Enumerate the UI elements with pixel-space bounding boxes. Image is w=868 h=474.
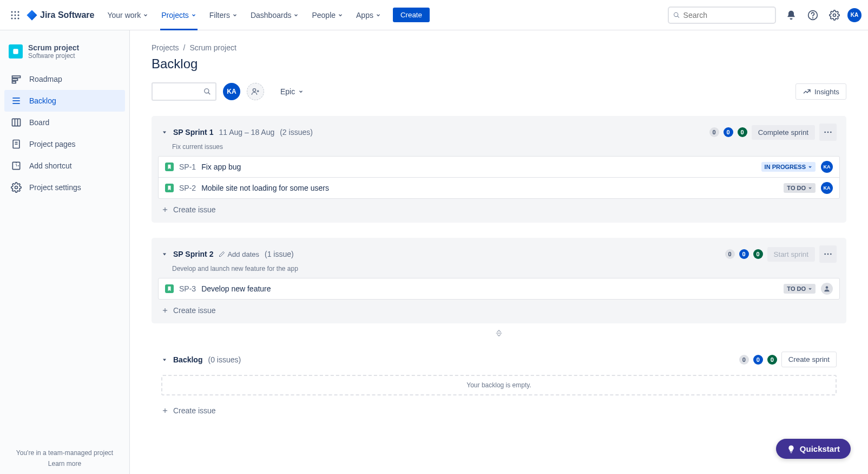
chevron-down-icon[interactable] <box>161 356 168 363</box>
backlog-count: (0 issues) <box>208 355 241 364</box>
chevron-down-icon <box>808 287 812 291</box>
breadcrumb-root[interactable]: Projects <box>152 43 179 52</box>
drag-separator[interactable] <box>152 323 846 343</box>
nav-dashboards[interactable]: Dashboards <box>245 8 305 23</box>
nav-your-work[interactable]: Your work <box>102 8 154 23</box>
sprint-action-button[interactable]: Start sprint <box>767 247 815 262</box>
issue-row[interactable]: SP-2Mobile site not loading for some use… <box>159 177 839 198</box>
sidebar: Scrum project Software project RoadmapBa… <box>0 30 130 474</box>
project-type: Software project <box>28 52 79 60</box>
done-count: 0 <box>753 249 763 259</box>
chevron-down-icon[interactable] <box>161 251 168 257</box>
logo-text: Jira Software <box>40 10 94 20</box>
insights-icon <box>803 87 811 96</box>
status-dropdown[interactable]: IN PROGRESS <box>761 162 816 172</box>
create-issue-button[interactable]: Create issue <box>152 300 846 321</box>
create-button[interactable]: Create <box>393 8 430 22</box>
breadcrumb-current[interactable]: Scrum project <box>189 43 236 52</box>
create-issue-button[interactable]: Create issue <box>152 400 846 421</box>
chevron-down-icon[interactable] <box>161 129 168 135</box>
quickstart-button[interactable]: Quickstart <box>776 439 851 459</box>
create-sprint-button[interactable]: Create sprint <box>781 352 837 367</box>
sidebar-item-label: Board <box>29 118 49 127</box>
assignee-avatar[interactable]: KA <box>821 161 833 173</box>
svg-point-12 <box>813 17 813 18</box>
svg-point-36 <box>827 132 829 133</box>
sprint-action-button[interactable]: Complete sprint <box>752 125 815 140</box>
status-dropdown[interactable]: TO DO <box>784 284 816 294</box>
profile-avatar[interactable]: KA <box>847 8 862 22</box>
chevron-down-icon <box>376 12 381 18</box>
svg-marker-48 <box>163 359 166 361</box>
sidebar-item-roadmap[interactable]: Roadmap <box>4 68 125 90</box>
issue-summary: Mobile site not loading for some users <box>201 184 329 192</box>
chevron-down-icon <box>338 12 343 18</box>
epic-filter-dropdown[interactable]: Epic <box>275 84 309 99</box>
page-title: Backlog <box>152 56 846 72</box>
board-icon <box>11 117 22 128</box>
sidebar-footer-link[interactable]: Learn more <box>6 460 123 467</box>
global-search[interactable] <box>668 7 776 24</box>
chevron-down-icon <box>232 12 238 18</box>
main-content: Projects / Scrum project Backlog KA Epic… <box>130 30 868 474</box>
issue-key: SP-1 <box>179 163 196 171</box>
sprint-more-button[interactable] <box>819 124 837 141</box>
add-dates-button[interactable]: Add dates <box>219 250 259 258</box>
svg-rect-21 <box>12 119 21 126</box>
story-icon <box>165 184 174 192</box>
sidebar-item-board[interactable]: Board <box>4 112 125 133</box>
story-icon <box>165 284 174 293</box>
lightbulb-icon <box>787 445 795 453</box>
status-dropdown[interactable]: TO DO <box>784 183 816 193</box>
svg-point-3 <box>11 14 13 16</box>
sprint-more-button[interactable] <box>819 245 837 263</box>
settings-icon[interactable] <box>826 7 843 24</box>
svg-rect-15 <box>12 76 21 77</box>
assignee-filter-avatar[interactable]: KA <box>223 83 240 100</box>
sprint-goal: Develop and launch new feature for the a… <box>152 265 846 278</box>
svg-point-29 <box>205 89 209 93</box>
todo-count: 0 <box>725 249 735 259</box>
help-icon[interactable] <box>804 7 821 24</box>
notifications-icon[interactable] <box>782 7 800 24</box>
nav-people[interactable]: People <box>306 8 348 23</box>
sprint-issue-count: (1 issue) <box>265 250 294 258</box>
svg-rect-16 <box>12 79 18 80</box>
nav-projects[interactable]: Projects <box>156 8 202 23</box>
issue-list: SP-3Develop new featureTO DO <box>158 278 840 300</box>
project-icon <box>9 44 23 59</box>
search-input[interactable] <box>683 11 771 20</box>
sidebar-item-backlog[interactable]: Backlog <box>4 90 125 112</box>
backlog-inprogress-count: 0 <box>753 355 763 365</box>
unassigned-avatar[interactable] <box>821 283 833 295</box>
add-people-button[interactable] <box>247 83 264 100</box>
nav-apps[interactable]: Apps <box>351 8 386 23</box>
backlog-search[interactable] <box>152 82 216 101</box>
jira-logo[interactable]: Jira Software <box>26 9 94 21</box>
project-header[interactable]: Scrum project Software project <box>0 30 129 68</box>
sidebar-item-project-pages[interactable]: Project pages <box>4 133 125 155</box>
issue-row[interactable]: SP-1Fix app bugIN PROGRESS KA <box>159 157 839 177</box>
issue-row[interactable]: SP-3Develop new featureTO DO <box>159 278 839 299</box>
sprint-dates: 11 Aug – 18 Aug <box>219 128 274 137</box>
svg-point-31 <box>253 89 255 92</box>
assignee-avatar[interactable]: KA <box>821 182 833 194</box>
sidebar-item-project-settings[interactable]: Project settings <box>4 177 125 198</box>
create-issue-button[interactable]: Create issue <box>152 199 846 220</box>
sidebar-item-label: Add shortcut <box>29 161 72 170</box>
chevron-down-icon <box>293 12 299 18</box>
chevron-down-icon <box>191 12 196 18</box>
nav-filters[interactable]: Filters <box>204 8 243 23</box>
chevron-down-icon <box>143 12 148 18</box>
app-switcher-icon[interactable] <box>6 7 24 24</box>
sprint-panel: SP Sprint 111 Aug – 18 Aug(2 issues)000C… <box>152 116 846 223</box>
backlog-todo-count: 0 <box>739 355 749 365</box>
plus-icon <box>161 307 169 314</box>
insights-button[interactable]: Insights <box>795 83 846 100</box>
backlog-done-count: 0 <box>767 355 777 365</box>
svg-point-43 <box>830 254 832 255</box>
pages-icon <box>11 139 22 150</box>
sidebar-item-add-shortcut[interactable]: Add shortcut <box>4 155 125 177</box>
svg-point-41 <box>824 254 826 255</box>
top-nav: Jira Software Your workProjectsFiltersDa… <box>0 0 868 30</box>
